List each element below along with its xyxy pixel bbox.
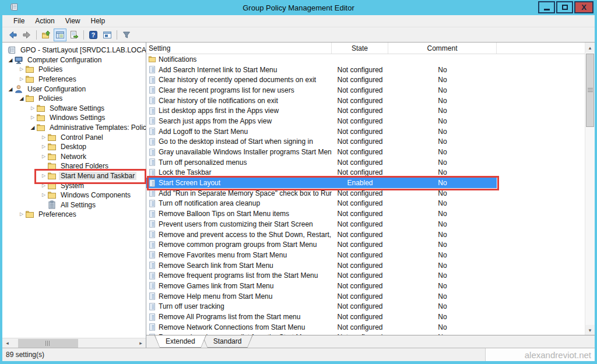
forward-button[interactable] <box>20 29 33 41</box>
maximize-button[interactable] <box>556 1 573 13</box>
list-vertical-scrollbar[interactable]: ▴ ▾ <box>585 43 595 335</box>
tree-item-system[interactable]: ▷System <box>2 181 146 190</box>
folder-icon <box>47 142 57 151</box>
tree-item-start-menu-and-taskbar[interactable]: ▷Start Menu and Taskbar <box>2 171 146 181</box>
vertical-scroll-track[interactable] <box>585 52 595 325</box>
help-button[interactable]: ? <box>87 29 100 41</box>
horizontal-scroll-track[interactable] <box>12 338 136 348</box>
expander-closed-icon[interactable]: ▷ <box>40 192 47 199</box>
menu-file[interactable]: File <box>8 16 30 26</box>
list-row[interactable]: Add Logoff to the Start MenuNot configur… <box>146 126 585 137</box>
tree-item-computer-configuration[interactable]: ◢Computer Configuration <box>2 55 146 65</box>
column-header-comment[interactable]: Comment <box>388 43 497 54</box>
back-button[interactable] <box>6 29 19 41</box>
vertical-scroll-thumb[interactable] <box>586 54 594 127</box>
list-row[interactable]: Remove All Programs list from the Start … <box>146 312 585 322</box>
expander-closed-icon[interactable]: ▷ <box>18 76 25 83</box>
list-row[interactable]: Notifications <box>146 54 585 65</box>
list-row[interactable]: Turn off user trackingNot configuredNo <box>146 302 585 312</box>
expander-open-icon[interactable]: ◢ <box>7 86 14 93</box>
list-row[interactable]: Go to the desktop instead of Start when … <box>146 137 585 147</box>
tree-item-software-settings[interactable]: ▷Software Settings <box>2 104 146 114</box>
menu-action[interactable]: Action <box>30 16 59 26</box>
tree-item-all-settings[interactable]: All Settings <box>2 200 146 210</box>
tree-item-windows-components[interactable]: ▷Windows Components <box>2 190 146 200</box>
expander-closed-icon[interactable]: ▷ <box>29 114 36 121</box>
list-row[interactable]: Remove Games link from Start MenuNot con… <box>146 281 585 291</box>
list-row[interactable]: Remove Balloon Tips on Start Menu itemsN… <box>146 208 585 219</box>
setting-cell: Start Screen Layout <box>146 179 332 188</box>
list-row[interactable]: Search just apps from the Apps viewNot c… <box>146 116 585 126</box>
tree-item-policies[interactable]: ▷Policies <box>2 65 146 75</box>
menu-help[interactable]: Help <box>86 16 111 26</box>
menu-view[interactable]: View <box>60 16 86 26</box>
close-button[interactable]: X <box>574 1 594 13</box>
export-list-button[interactable] <box>68 29 80 41</box>
tree-item-desktop[interactable]: ▷Desktop <box>2 142 146 152</box>
tree-item-user-configuration[interactable]: ◢User Configuration <box>2 84 146 94</box>
folder-icon <box>47 133 57 142</box>
expander-closed-icon[interactable]: ▷ <box>18 211 25 218</box>
expander-closed-icon[interactable]: ▷ <box>18 66 25 73</box>
tab-standard[interactable]: Standard <box>202 335 253 348</box>
expander-closed-icon[interactable]: ▷ <box>29 105 36 112</box>
tree-item-shared-folders[interactable]: Shared Folders <box>2 161 146 171</box>
tree-item-policies[interactable]: ◢Policies <box>2 94 146 104</box>
expander-closed-icon[interactable]: ▷ <box>40 153 47 160</box>
list-row[interactable]: Add "Run in Separate Memory Space" check… <box>146 188 585 199</box>
list-row[interactable]: Remove Help menu from Start MenuNot conf… <box>146 291 585 302</box>
tree-item-control-panel[interactable]: ▷Control Panel <box>2 132 146 142</box>
list-row[interactable]: Lock the TaskbarNot configuredNo <box>146 168 585 178</box>
filter-button[interactable] <box>120 29 133 41</box>
list-row[interactable]: List desktop apps first in the Apps view… <box>146 105 585 116</box>
list-row[interactable]: Prevent users from customizing their Sta… <box>146 219 585 229</box>
scroll-down-arrow-icon[interactable]: ▾ <box>585 325 595 335</box>
list-row[interactable]: Remove common program groups from Start … <box>146 239 585 250</box>
tab-extended[interactable]: Extended <box>154 335 206 348</box>
expander-closed-icon[interactable]: ▷ <box>40 182 47 189</box>
scroll-right-arrow-icon[interactable]: ▸ <box>136 338 146 348</box>
column-header-setting[interactable]: Setting <box>146 43 332 54</box>
tree-item-network[interactable]: ▷Network <box>2 152 146 162</box>
list-row[interactable]: Remove and prevent access to the Shut Do… <box>146 229 585 240</box>
list-row[interactable]: Clear history of recently opened documen… <box>146 75 585 85</box>
list-row[interactable]: Remove frequent programs list from the S… <box>146 270 585 281</box>
expander-open-icon[interactable]: ◢ <box>7 56 14 63</box>
console-tree-button[interactable] <box>54 29 66 41</box>
list-row[interactable]: Turn off notification area cleanupNot co… <box>146 199 585 209</box>
list-row[interactable]: Clear the recent programs list for new u… <box>146 85 585 96</box>
list-row[interactable]: Remove Network Connections from Start Me… <box>146 322 585 333</box>
expander-closed-icon[interactable]: ▷ <box>40 143 47 150</box>
setting-cell: Turn off user tracking <box>146 302 332 311</box>
list-row[interactable]: Turn off personalized menusNot configure… <box>146 157 585 168</box>
list-row[interactable]: Add Search Internet link to Start MenuNo… <box>146 65 585 75</box>
expander-closed-icon[interactable]: ▷ <box>40 172 47 179</box>
list-row[interactable]: Gray unavailable Windows Installer progr… <box>146 147 585 157</box>
list-row[interactable]: Clear history of tile notifications on e… <box>146 96 585 106</box>
tree-item-preferences[interactable]: ▷Preferences <box>2 210 146 220</box>
expander-open-icon[interactable]: ◢ <box>29 124 36 131</box>
tree-horizontal-scrollbar[interactable]: ◂ ▸ <box>2 338 146 348</box>
up-one-level-button[interactable] <box>40 29 52 41</box>
list-row[interactable]: Remove Search link from Start MenuNot co… <box>146 260 585 271</box>
tree-item-windows-settings[interactable]: ▷Windows Settings <box>2 113 146 123</box>
show-window-button[interactable] <box>101 29 114 41</box>
scroll-grip-icon <box>588 88 593 93</box>
tree-item-label: Windows Components <box>59 191 132 199</box>
list-row[interactable]: Remove Favorites menu from Start MenuNot… <box>146 250 585 260</box>
scroll-up-arrow-icon[interactable]: ▴ <box>585 43 595 52</box>
horizontal-scroll-thumb[interactable] <box>18 339 78 348</box>
comment-cell: No <box>388 261 497 270</box>
column-header-state[interactable]: State <box>332 43 388 54</box>
tree-item-gpo-startlayout-srvdc1-lab-local-po[interactable]: GPO - StartLayout [SRVDC1.LAB.LOCAL] Po <box>2 45 146 55</box>
setting-cell: Clear the recent programs list for new u… <box>146 86 332 94</box>
scroll-left-arrow-icon[interactable]: ◂ <box>2 338 12 348</box>
view-tab-bar: ExtendedStandard <box>146 335 595 348</box>
list-row[interactable]: Start Screen LayoutEnabledNo <box>146 178 585 188</box>
tree-item-label: Shared Folders <box>59 162 110 170</box>
tree-item-preferences[interactable]: ▷Preferences <box>2 75 146 84</box>
expander-closed-icon[interactable]: ▷ <box>40 134 47 141</box>
expander-open-icon[interactable]: ◢ <box>18 95 25 102</box>
tree-item-administrative-templates-policy[interactable]: ◢Administrative Templates: Policy <box>2 123 146 133</box>
minimize-button[interactable] <box>538 1 555 13</box>
